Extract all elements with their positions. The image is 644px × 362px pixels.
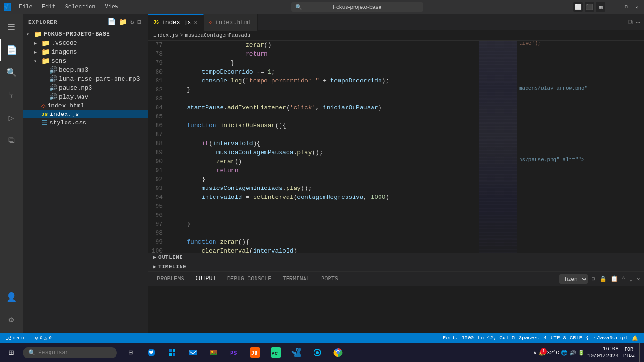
tab-js-close[interactable]: ✕ — [194, 19, 197, 26]
right-preview-line — [517, 130, 644, 139]
sidebar-root[interactable]: ▾ 📁 FOKUS-PROJETO-BASE — [23, 30, 148, 39]
sidebar-item-imagens[interactable]: ▶ 📁 imagens — [23, 48, 148, 57]
layout-btn-2[interactable]: ⬛ — [585, 2, 594, 12]
sons-label: sons — [51, 58, 148, 65]
lang-keyboard: PTB2 — [623, 353, 635, 359]
activity-debug-icon[interactable]: ▷ — [0, 107, 23, 129]
menu-more[interactable]: ... — [124, 3, 142, 11]
tray-notification[interactable]: 🔔 1 — [538, 350, 545, 356]
status-lncol[interactable]: Ln 42, Col 5 — [476, 335, 517, 341]
sidebar-item-luna[interactable]: ▶ 🔊 luna-rise-part-one.mp3 — [23, 74, 148, 83]
panel-scroll-down-icon[interactable]: ⌄ — [629, 275, 633, 283]
title-search-input[interactable] — [291, 2, 423, 12]
panel-copy-icon[interactable]: 📋 — [611, 275, 618, 283]
panel-close-icon[interactable]: ✕ — [636, 275, 640, 283]
status-encoding[interactable]: UTF-8 — [549, 335, 568, 341]
sidebar-item-beep[interactable]: ▶ 🔊 beep.mp3 — [23, 66, 148, 74]
taskbar-search[interactable]: 🔍 Pesquisar — [23, 347, 117, 358]
timeline-section[interactable]: ▶ TIMELINE — [148, 262, 644, 272]
activity-settings-icon[interactable]: ⚙ — [0, 308, 23, 331]
sidebar-item-indexjs[interactable]: ▶ JS index.js — [23, 110, 148, 118]
layout-btn-3[interactable]: ▦ — [596, 2, 605, 12]
close-button[interactable]: ✕ — [634, 4, 640, 10]
panel-tab-terminal[interactable]: TERMINAL — [277, 274, 315, 284]
restore-button[interactable]: ⧉ — [623, 4, 630, 10]
taskbar-chrome[interactable] — [328, 343, 348, 362]
tab-indexhtml[interactable]: ◇ index.html — [204, 14, 258, 31]
status-notification[interactable]: 🔔 — [630, 335, 640, 341]
refresh-icon[interactable]: ↻ — [130, 18, 135, 26]
taskbar-pycharm[interactable]: PC — [266, 343, 286, 362]
panel-tab-problems[interactable]: PROBLEMS — [151, 274, 190, 284]
menu-view[interactable]: View — [101, 3, 122, 11]
minimize-button[interactable]: ─ — [613, 4, 619, 10]
error-icon: ⊗ — [35, 335, 38, 341]
sidebar-item-pause[interactable]: ▶ 🔊 pause.mp3 — [23, 83, 148, 92]
taskbar-clock[interactable]: 16:08 10/01/2024 — [587, 346, 619, 360]
taskbar-vscode-taskbar[interactable] — [287, 343, 306, 362]
activity-search-icon[interactable]: 🔍 — [0, 61, 23, 84]
notification-icon: 🔔 — [632, 335, 638, 341]
outline-section[interactable]: ▶ OUTLINE — [148, 253, 644, 262]
layout-btn-1[interactable]: ⬜ — [573, 2, 583, 12]
playwav-label: play.wav — [59, 93, 148, 100]
taskbar-phpstorm[interactable]: PS — [224, 343, 244, 362]
sidebar-item-sons[interactable]: ▾ 📁 sons — [23, 57, 148, 66]
taskbar-edge[interactable] — [141, 343, 161, 362]
activity-extensions-icon[interactable]: ⧉ — [0, 129, 23, 152]
tab-indexjs[interactable]: JS index.js ✕ — [148, 14, 204, 31]
activity-menu-icon[interactable]: ☰ — [0, 16, 23, 39]
activity-account-icon[interactable]: 👤 — [0, 286, 23, 308]
svg-rect-1 — [173, 349, 175, 352]
vscode-label: .vscode — [51, 40, 148, 47]
more-actions-icon[interactable]: ⋯ — [636, 18, 640, 26]
status-spaces[interactable]: Spaces: 4 — [517, 335, 548, 341]
sidebar-item-playwav[interactable]: ▶ 🔊 play.wav — [23, 92, 148, 101]
tray-chevron[interactable]: ∧ — [533, 350, 537, 356]
new-file-icon[interactable]: 📄 — [107, 18, 116, 26]
status-branch[interactable]: ⎇ main — [4, 335, 27, 341]
taskbar-taskview[interactable]: ⊟ — [121, 343, 140, 362]
code-line-77: zerar() — [172, 41, 479, 49]
code-line-82: } — [172, 85, 479, 94]
menu-selection[interactable]: Selection — [61, 3, 99, 11]
status-errors[interactable]: ⊗ 0 ⚠ 0 — [33, 335, 53, 341]
status-language[interactable]: { } JavaScript — [584, 335, 630, 341]
start-button[interactable]: ⊞ — [2, 343, 21, 362]
taskbar-jetbrains[interactable]: JB — [245, 343, 265, 362]
panel-tab-debug[interactable]: DEBUG CONSOLE — [222, 274, 277, 284]
activity-git-icon[interactable]: ⑂ — [0, 84, 23, 107]
status-port[interactable]: Port: 5500 — [441, 335, 476, 341]
menu-file[interactable]: File — [15, 3, 36, 11]
sidebar-item-indexhtml[interactable]: ▶ ◇ index.html — [23, 101, 148, 110]
taskbar-unknown1[interactable] — [307, 343, 327, 362]
panel-dropdown[interactable]: Tizen — [559, 274, 588, 284]
sidebar-item-styles[interactable]: ▶ ☰ styles.css — [23, 118, 148, 127]
sidebar-title: EXPLORER — [28, 19, 58, 25]
show-desktop[interactable] — [639, 343, 642, 362]
new-folder-icon[interactable]: 📁 — [119, 18, 127, 26]
minimap — [479, 41, 517, 253]
menu-edit[interactable]: Edit — [38, 3, 59, 11]
status-eol[interactable]: CRLF — [568, 335, 584, 341]
panel-lock-icon[interactable]: 🔒 — [599, 275, 607, 283]
collapse-icon[interactable]: ⊟ — [137, 18, 142, 26]
panel-tab-output[interactable]: OUTPUT — [190, 273, 222, 284]
tray-battery[interactable]: 🔋 — [578, 350, 585, 356]
code-content[interactable]: zerar() return } tempoDecorrido -= 1; co… — [170, 41, 479, 253]
taskbar-mail[interactable] — [183, 343, 203, 362]
panel-scroll-up-icon[interactable]: ⌃ — [622, 275, 626, 283]
tray-volume[interactable]: 🔊 — [570, 350, 576, 356]
tray-network[interactable]: 🌐 — [561, 350, 568, 356]
split-editor-icon[interactable]: ⧉ — [628, 18, 633, 26]
sidebar-item-vscode[interactable]: ▶ 📁 .vscode — [23, 39, 148, 48]
panel-clear-icon[interactable]: ⊟ — [592, 275, 595, 283]
panel-tab-ports[interactable]: PORTS — [315, 274, 344, 284]
clock-date: 10/01/2024 — [587, 353, 619, 360]
taskbar-files[interactable] — [162, 343, 182, 362]
root-label: FOKUS-PROJETO-BASE — [44, 31, 148, 38]
clock-time: 16:08 — [587, 346, 619, 353]
taskbar-language: POR PTB2 — [623, 346, 635, 359]
taskbar-photos[interactable] — [204, 343, 223, 362]
activity-explorer-icon[interactable]: 📄 — [0, 39, 23, 61]
